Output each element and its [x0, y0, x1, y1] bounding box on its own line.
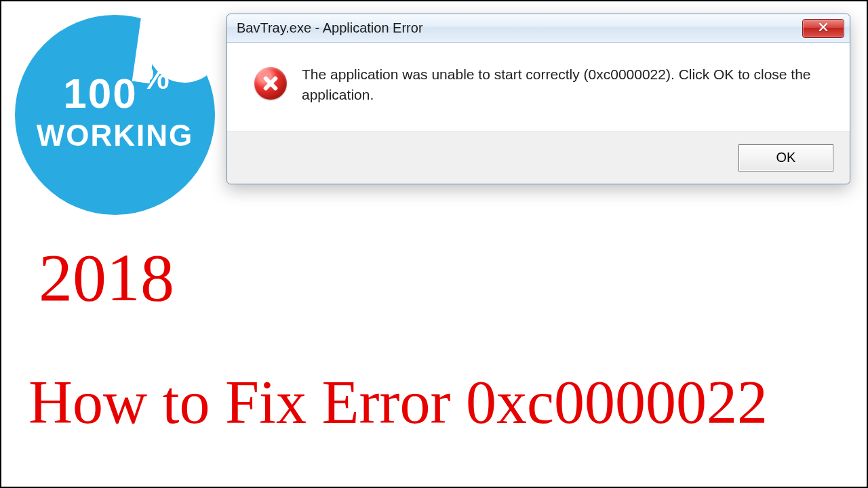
dialog-title: BavTray.exe - Application Error — [237, 20, 802, 36]
dialog-body: The application was unable to start corr… — [227, 43, 850, 132]
close-button[interactable] — [802, 19, 844, 38]
error-dialog: BavTray.exe - Application Error The appl… — [226, 14, 850, 184]
close-icon — [818, 22, 829, 35]
error-icon — [254, 67, 287, 100]
badge-percent: % — [142, 62, 171, 94]
overlay-year: 2018 — [39, 239, 174, 317]
dialog-titlebar[interactable]: BavTray.exe - Application Error — [227, 14, 850, 43]
ok-button[interactable]: OK — [738, 144, 833, 171]
badge-text: 100% WORKING — [15, 73, 215, 152]
badge-working: WORKING — [15, 119, 215, 152]
overlay-headline: How to Fix Error 0xc0000022 — [28, 367, 768, 437]
badge-number: 100 — [63, 70, 137, 117]
working-badge: 100% WORKING — [15, 15, 215, 215]
dialog-message: The application was unable to start corr… — [302, 64, 823, 106]
dialog-footer: OK — [227, 132, 850, 184]
